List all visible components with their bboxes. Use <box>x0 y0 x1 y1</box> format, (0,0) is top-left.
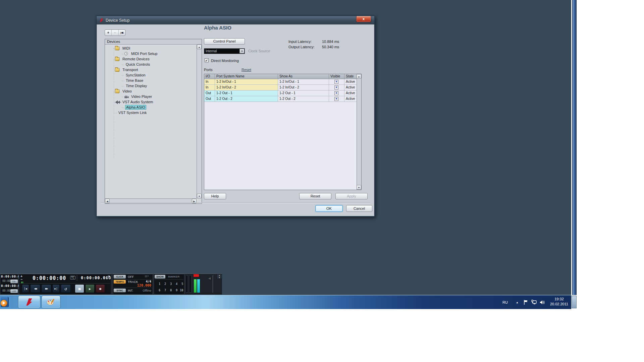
tree-item-remote-devices[interactable]: Remote Devices <box>105 57 197 62</box>
cycle-button[interactable]: ↺ <box>61 284 71 293</box>
tree-item-transport[interactable]: Transport <box>105 67 197 73</box>
collapse-up-icon[interactable]: ▲ <box>217 274 222 277</box>
visible-checkbox[interactable]: × <box>334 85 338 89</box>
marker-button[interactable]: 6 <box>155 289 160 292</box>
visible-checkbox[interactable]: × <box>334 80 338 84</box>
scroll-up-icon[interactable]: ▲ <box>197 45 202 49</box>
rewind-button[interactable]: ◀◀ <box>30 284 40 293</box>
marker-button[interactable]: 2 <box>160 282 166 286</box>
scroll-up-icon[interactable]: ▲ <box>357 74 361 79</box>
remove-device-button[interactable]: − <box>112 30 118 36</box>
tree-item-quick-controls[interactable]: Quick Controls <box>105 62 197 67</box>
volume-icon[interactable] <box>539 300 545 305</box>
cell-show-as[interactable]: 1-2 Out - 1 <box>278 90 329 96</box>
fader-bar[interactable] <box>186 275 188 293</box>
secondary-time-display[interactable]: 0:00:00.000 <box>81 276 111 280</box>
record-button[interactable]: ● <box>96 284 105 293</box>
marker-button[interactable]: 4 <box>172 282 177 286</box>
language-indicator[interactable]: RU <box>502 300 508 304</box>
sync-value[interactable]: INT. <box>128 289 133 292</box>
tree-item-vst-system-link[interactable]: VST System Link <box>105 110 197 116</box>
timecode-format-button[interactable]: TC <box>70 276 75 280</box>
clock-source-select[interactable]: Internal ▼ <box>204 48 245 54</box>
collapse-down-icon[interactable]: ▼ <box>217 277 222 279</box>
marker-button[interactable]: 5 <box>177 282 183 286</box>
cell-show-as[interactable]: 1-2 In/Out - 1 <box>278 79 329 85</box>
reset-button[interactable]: Reset <box>299 193 331 199</box>
click-toggle[interactable]: CLICK <box>114 275 126 279</box>
play-button[interactable]: ▶ <box>85 284 95 293</box>
tree-item-time-base[interactable]: Time Base <box>105 78 197 83</box>
precount-icon[interactable]: II* <box>145 275 149 278</box>
fader-bar[interactable] <box>189 275 191 293</box>
table-vertical-scrollbar[interactable]: ▲ ▼ <box>357 74 361 190</box>
volume-slider-handle[interactable]: ◁ <box>209 277 210 280</box>
col-header-io[interactable]: I/O <box>204 74 215 79</box>
col-header-state[interactable]: State <box>344 74 357 79</box>
tempo-toggle[interactable]: TEMPO <box>114 280 126 284</box>
ports-reset-link[interactable]: Reset <box>241 68 251 72</box>
tree-item-video[interactable]: Video <box>105 89 197 94</box>
tempo-value[interactable]: TRACK <box>128 280 138 284</box>
stop-button[interactable]: ■ <box>75 284 84 293</box>
marker-button[interactable]: 1 <box>155 282 160 286</box>
goto-start-button[interactable]: |◀ <box>22 284 29 293</box>
preroll-icon[interactable]: II▷ <box>10 280 18 283</box>
taskbar-button-cubase[interactable] <box>18 296 40 308</box>
cell-show-as[interactable]: 1-2 Out - 2 <box>278 96 329 102</box>
tree-item-alpha-asio[interactable]: Alpha ASIO <box>105 105 197 110</box>
time-signature[interactable]: 4/4 <box>146 280 151 283</box>
col-header-port-system-name[interactable]: Port System Name <box>215 74 278 79</box>
help-button[interactable]: Help <box>204 193 226 199</box>
marker-button[interactable]: 3 <box>166 282 172 286</box>
marker-button[interactable]: 10 <box>177 289 183 292</box>
marker-button[interactable]: 9 <box>172 289 177 292</box>
dialog-titlebar[interactable]: Device Setup x <box>97 16 374 24</box>
transport-collapse-control[interactable]: ▲ ▼ <box>217 274 222 279</box>
network-icon[interactable] <box>531 300 537 305</box>
cancel-button[interactable]: Cancel <box>346 205 372 212</box>
main-time-display[interactable]: 0:00:00:00 <box>33 275 66 281</box>
scroll-down-icon[interactable]: ▼ <box>357 185 361 190</box>
action-center-flag-icon[interactable] <box>523 300 529 305</box>
control-panel-button[interactable]: Control Panel <box>204 38 245 45</box>
taskbar-clock[interactable]: 19:32 20.02.2011 <box>547 297 571 307</box>
add-device-button[interactable]: + <box>105 30 112 36</box>
tree-item-syncstation[interactable]: SyncStation <box>105 73 197 78</box>
tree-item-midi-port-setup[interactable]: MIDI Port Setup <box>105 51 197 57</box>
tree-item-midi[interactable]: MIDI <box>105 46 197 51</box>
postroll-icon[interactable]: ◻II <box>10 289 18 293</box>
apply-button[interactable]: Apply <box>335 193 368 199</box>
visible-checkbox[interactable]: × <box>334 91 338 95</box>
marker-button[interactable]: 8 <box>166 289 172 292</box>
direct-monitoring-checkbox[interactable]: ✓ <box>205 58 209 62</box>
click-value[interactable]: OFF <box>128 275 134 279</box>
clip-indicator[interactable] <box>193 274 199 277</box>
cell-show-as[interactable]: 1-2 In/Out - 2 <box>278 85 329 90</box>
marker-button[interactable]: 7 <box>160 289 166 292</box>
tree-item-video-player[interactable]: Video Player <box>105 94 197 100</box>
chevron-down-icon[interactable]: ▼ <box>239 49 244 53</box>
close-button[interactable]: x <box>356 16 371 22</box>
col-header-show-as[interactable]: Show As <box>278 74 329 79</box>
tree-vertical-scrollbar[interactable]: ▲ ▼ <box>197 45 202 198</box>
show-markers-button[interactable]: SHOW <box>155 275 165 279</box>
ok-button[interactable]: OK <box>315 205 343 212</box>
forward-button[interactable]: ▶▶ <box>41 284 51 293</box>
volume-slider-track[interactable] <box>213 275 213 293</box>
visible-checkbox[interactable]: × <box>334 97 338 101</box>
goto-end-button[interactable]: ▶| <box>52 284 60 293</box>
sync-toggle[interactable]: SYNC <box>114 289 126 292</box>
transport-bar: 0:00:00:00 00:00 II▷ 0:00:00:00 00:00 ◻I… <box>0 274 222 294</box>
tray-expand-icon[interactable]: ▲ <box>516 301 519 304</box>
col-header-visible[interactable]: Visible <box>329 74 344 79</box>
taskbar-button-paint[interactable] <box>42 296 60 308</box>
scroll-down-icon[interactable]: ▼ <box>197 194 202 198</box>
nudge-minus-button[interactable]: − <box>20 278 22 281</box>
tree-item-time-display[interactable]: Time Display <box>105 83 197 89</box>
show-desktop-button[interactable] <box>572 296 577 308</box>
reset-device-button[interactable]: |◀ <box>119 30 125 36</box>
media-player-icon[interactable] <box>0 296 9 308</box>
tree-item-vst-audio-system[interactable]: VST Audio System <box>105 100 197 105</box>
tempo-bpm[interactable]: 120.000 <box>137 284 151 287</box>
